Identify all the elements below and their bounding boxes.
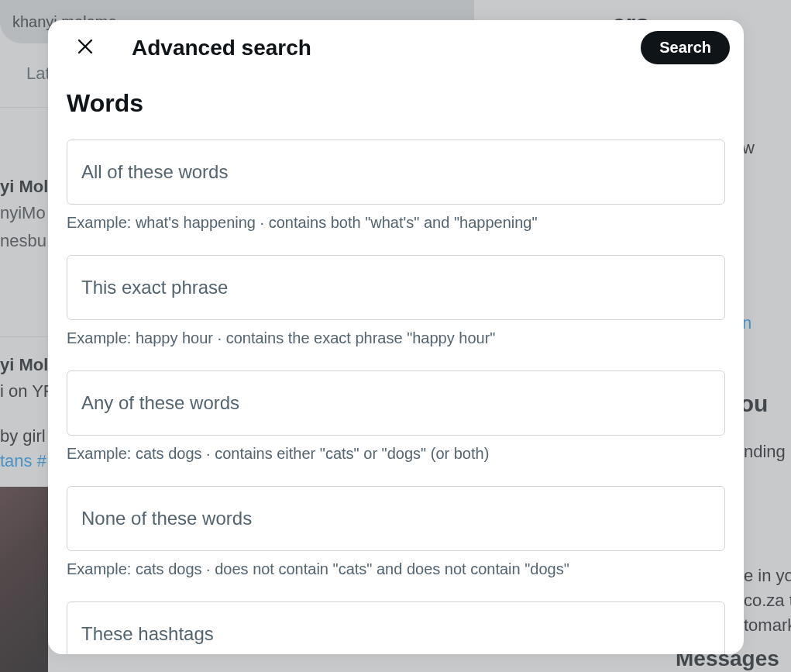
field-exact-phrase: Example: happy hour · contains the exact… xyxy=(67,255,725,347)
none-words-input[interactable] xyxy=(67,486,725,551)
exact-phrase-hint: Example: happy hour · contains the exact… xyxy=(67,329,725,347)
all-words-hint: Example: what's happening · contains bot… xyxy=(67,214,725,232)
section-heading-words: Words xyxy=(67,89,725,118)
exact-phrase-input[interactable] xyxy=(67,255,725,320)
field-all-words: Example: what's happening · contains bot… xyxy=(67,140,725,232)
modal-header: Advanced search Search xyxy=(48,20,744,75)
modal-title: Advanced search xyxy=(132,36,311,60)
modal-scroll-area[interactable]: Words Example: what's happening · contai… xyxy=(48,75,744,654)
field-hashtags xyxy=(67,601,725,654)
any-words-input[interactable] xyxy=(67,370,725,436)
field-any-words: Example: cats dogs · contains either "ca… xyxy=(67,370,725,463)
close-button[interactable] xyxy=(70,33,101,64)
none-words-hint: Example: cats dogs · does not contain "c… xyxy=(67,560,725,578)
search-button[interactable]: Search xyxy=(641,31,730,64)
advanced-search-modal: Advanced search Search Words Example: wh… xyxy=(48,20,744,654)
field-none-words: Example: cats dogs · does not contain "c… xyxy=(67,486,725,578)
close-icon xyxy=(76,37,95,58)
hashtags-input[interactable] xyxy=(67,601,725,654)
any-words-hint: Example: cats dogs · contains either "ca… xyxy=(67,445,725,463)
all-words-input[interactable] xyxy=(67,140,725,205)
